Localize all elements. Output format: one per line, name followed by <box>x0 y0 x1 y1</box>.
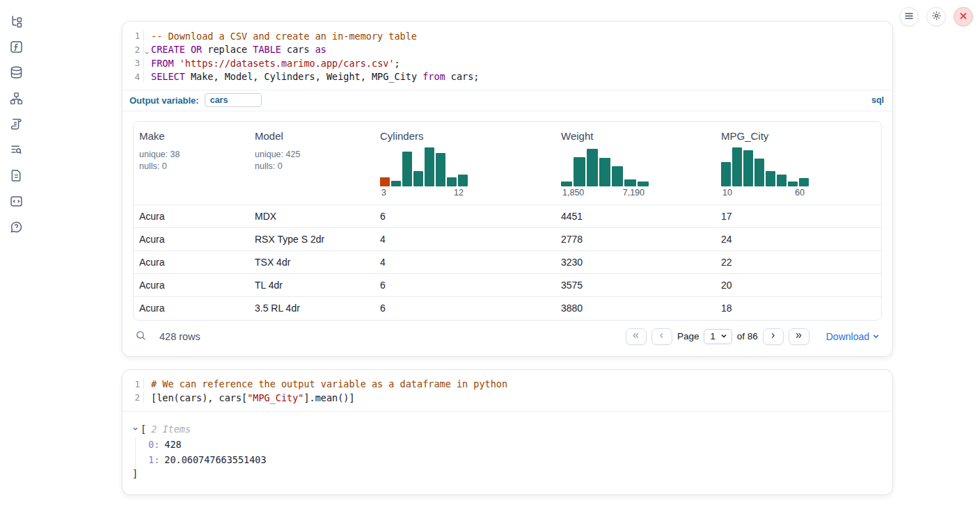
histogram-bar[interactable] <box>380 177 390 186</box>
close-icon <box>959 12 967 22</box>
histogram-bar[interactable] <box>766 171 775 186</box>
histogram-bar[interactable] <box>574 157 585 186</box>
next-page-button[interactable] <box>763 328 784 345</box>
histogram-bar[interactable] <box>721 162 731 186</box>
page-select[interactable]: 1 <box>704 329 732 344</box>
sidebar-item-help[interactable] <box>8 220 24 236</box>
weight-histogram[interactable]: 1,8507,190 <box>561 147 649 198</box>
sql-cell: 1 -- Download a CSV and create an in-mem… <box>122 21 893 357</box>
previous-page-button[interactable] <box>651 328 672 345</box>
first-page-button[interactable] <box>626 328 647 345</box>
column-header-cylinders[interactable]: Cylinders 312 <box>374 122 555 205</box>
sidebar-item-data-sources[interactable] <box>8 66 24 81</box>
histogram-bar[interactable] <box>436 153 445 186</box>
sidebar <box>0 0 32 507</box>
histogram-bar[interactable] <box>743 150 753 186</box>
window-controls <box>899 7 973 26</box>
code-line: 3 FROM 'https://datasets.marimo.app/cars… <box>122 56 892 70</box>
python-output: [ 2 Items 0: 428 1: 20.060747663551403 ] <box>122 411 892 494</box>
histogram-bar[interactable] <box>799 178 809 186</box>
search-icon <box>135 330 147 344</box>
pagination: Page 1 of 86 <box>626 328 809 345</box>
histogram-bar[interactable] <box>425 147 434 186</box>
column-header-mpg-city[interactable]: MPG_City 1060 <box>716 122 881 205</box>
histogram-bar[interactable] <box>612 166 623 186</box>
output-variable-input[interactable] <box>205 93 262 107</box>
line-number: 3 <box>122 58 143 68</box>
chevron-left-icon <box>657 331 666 342</box>
last-page-button[interactable] <box>789 328 809 345</box>
sidebar-item-variables[interactable] <box>8 40 24 56</box>
tree-entries: 0: 428 1: 20.060747663551403 <box>135 437 881 468</box>
histogram-bar[interactable] <box>391 181 401 186</box>
code-text: CREATE OR replace TABLE cars as <box>143 44 326 55</box>
hamburger-icon <box>904 11 914 23</box>
notebook-area: 1 -- Download a CSV and create an in-mem… <box>122 21 893 495</box>
code-line: 1 -- Download a CSV and create an in-mem… <box>122 29 892 43</box>
table-row[interactable]: AcuraTSX 4dr4323022 <box>134 251 881 274</box>
tree-root[interactable]: [ 2 Items <box>132 421 881 437</box>
histogram-bar[interactable] <box>402 152 412 186</box>
column-header-weight[interactable]: Weight 1,8507,190 <box>555 122 716 205</box>
fold-chevron-icon[interactable] <box>144 47 150 58</box>
item-index: 1: <box>148 454 159 465</box>
table-search-button[interactable] <box>135 330 147 344</box>
sidebar-item-file-explorer[interactable] <box>8 15 24 30</box>
items-count-label: 2 Items <box>151 424 191 435</box>
chevron-down-icon <box>872 331 880 342</box>
column-header-model[interactable]: Model unique: 425nulls: 0 <box>249 122 374 205</box>
list-item: 0: 428 <box>148 437 881 453</box>
histogram-bar[interactable] <box>788 182 798 186</box>
chevron-down-icon <box>720 331 727 341</box>
table-row[interactable]: Acura3.5 RL 4dr6388018 <box>134 297 881 320</box>
page-total-label: of 86 <box>737 331 758 341</box>
histogram-bar[interactable] <box>777 175 787 186</box>
sidebar-item-documentation[interactable] <box>8 169 24 184</box>
histogram-bar[interactable] <box>561 182 572 186</box>
histogram-bar[interactable] <box>732 147 742 186</box>
table-row[interactable]: AcuraTL 4dr6357520 <box>134 274 881 297</box>
table-footer: 428 rows Page 1 of 86 <box>133 328 882 345</box>
column-header-make[interactable]: Make unique: 38nulls: 0 <box>134 122 249 205</box>
list-search-icon <box>9 143 24 159</box>
python-editor[interactable]: 1 # We can reference the output variable… <box>122 370 892 411</box>
cylinders-histogram[interactable]: 312 <box>380 147 468 198</box>
code-text: SELECT Make, Model, Cylinders, Weight, M… <box>143 71 479 82</box>
help-bubble-icon <box>9 220 24 236</box>
sidebar-item-dependency-graph[interactable] <box>8 92 24 107</box>
table-header-row: Make unique: 38nulls: 0 Model unique: 42… <box>134 122 881 205</box>
sidebar-item-scratchpad[interactable] <box>8 118 24 133</box>
code-text: # We can reference the output variable a… <box>143 378 507 389</box>
line-number: 1 <box>122 379 143 389</box>
collapse-chevron-icon[interactable] <box>132 426 139 432</box>
open-bracket: [ <box>141 424 146 435</box>
histogram-bar[interactable] <box>587 149 598 186</box>
sidebar-item-snippets[interactable] <box>8 195 24 210</box>
histogram-bar[interactable] <box>624 179 635 186</box>
close-app-button[interactable] <box>954 7 973 26</box>
mpg-city-histogram[interactable]: 1060 <box>721 147 809 198</box>
sidebar-item-logs[interactable] <box>8 143 24 159</box>
histogram-bar[interactable] <box>754 159 764 186</box>
code-line: 2 CREATE OR replace TABLE cars as <box>122 43 892 57</box>
download-button[interactable]: Download <box>826 331 880 342</box>
settings-button[interactable] <box>926 7 946 26</box>
histogram-bar[interactable] <box>447 177 457 186</box>
table-row[interactable]: AcuraMDX6445117 <box>134 205 881 228</box>
output-variable-row: Output variable: sql <box>122 90 892 111</box>
graph-icon <box>9 91 24 108</box>
histogram-bar[interactable] <box>638 182 649 186</box>
close-bracket: ] <box>132 468 881 482</box>
histogram-bar[interactable] <box>458 175 468 186</box>
function-icon <box>9 40 24 56</box>
code-line: 2 [len(cars), cars["MPG_City"].mean()] <box>122 391 892 405</box>
page-label: Page <box>677 331 700 341</box>
histogram-bar[interactable] <box>413 171 423 186</box>
language-badge[interactable]: sql <box>871 95 884 105</box>
code-line: 1 # We can reference the output variable… <box>122 378 892 392</box>
histogram-bar[interactable] <box>599 158 610 186</box>
menu-button[interactable] <box>899 7 919 26</box>
row-count: 428 rows <box>159 331 200 342</box>
table-row[interactable]: AcuraRSX Type S 2dr4277824 <box>134 228 881 251</box>
sql-editor[interactable]: 1 -- Download a CSV and create an in-mem… <box>122 22 892 90</box>
